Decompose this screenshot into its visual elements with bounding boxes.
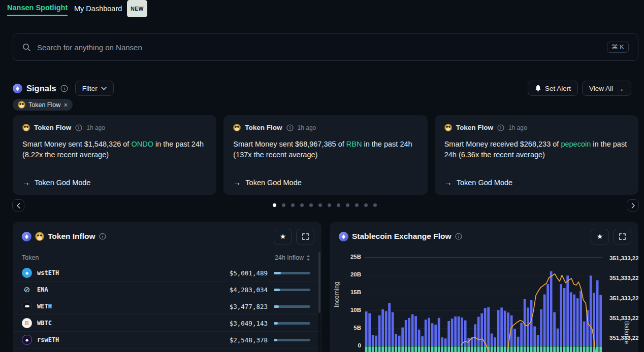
incoming-bar (570, 292, 572, 346)
set-alert-button[interactable]: Set Alert (528, 81, 578, 96)
table-row[interactable]: ◆wstETH$5,001,489 (13, 265, 321, 281)
view-all-button[interactable]: View All → (582, 81, 631, 96)
chart-plot-area[interactable] (365, 257, 602, 352)
inflow-bar (274, 339, 310, 341)
carousel-dot[interactable] (318, 203, 322, 207)
table-row[interactable]: ◆rswETH$2,548,378 (13, 332, 321, 348)
outgoing-bar (599, 346, 602, 352)
incoming-bar (401, 328, 404, 346)
signal-token-link[interactable]: ONDO (131, 140, 153, 148)
signal-token-link[interactable]: pepecoin (561, 140, 591, 148)
incoming-bar (599, 295, 602, 346)
column-24h-inflow-label: 24h Inflow (275, 254, 304, 261)
outgoing-bar (401, 346, 404, 352)
right-axis-tick: 351,333,226 (609, 315, 638, 321)
outgoing-bar (480, 346, 483, 352)
carousel-dot[interactable] (300, 203, 304, 207)
carousel-dots (273, 203, 377, 207)
info-icon[interactable] (286, 124, 294, 131)
tab-nansen-spotlight[interactable]: Nansen Spotlight (7, 0, 68, 16)
right-axis-tick: 351,333,226 (609, 295, 638, 301)
carousel-dot[interactable] (355, 203, 359, 207)
carousel-dot[interactable] (337, 203, 340, 207)
filter-button[interactable]: Filter (75, 81, 114, 96)
outgoing-bar (388, 346, 391, 352)
info-icon[interactable] (497, 124, 504, 131)
table-row[interactable]: BWBTC$3,049,143 (13, 315, 321, 332)
outgoing-bar (378, 346, 381, 352)
outgoing-bar (467, 346, 470, 352)
carousel-dot[interactable] (328, 203, 331, 207)
carousel-prev-button[interactable] (12, 199, 24, 212)
outgoing-bar (537, 346, 539, 352)
outgoing-bar (570, 346, 572, 352)
signals-header: ◆ Signals Filter Set Alert View All → (13, 80, 631, 96)
signal-card[interactable]: Token Flow1h agoSmart Money sent $1,548,… (13, 115, 216, 195)
outgoing-bar (573, 346, 575, 352)
filter-label: Filter (82, 85, 98, 92)
signal-card[interactable]: Token Flow1h agoSmart Money sent $68,967… (223, 115, 427, 195)
outgoing-bar (392, 346, 394, 352)
outgoing-bar (418, 346, 421, 352)
monkey-icon (18, 101, 25, 109)
carousel-dot[interactable] (373, 203, 377, 207)
ethereum-chain-icon: ◆ (22, 232, 31, 241)
incoming-bar (491, 334, 493, 346)
arrow-right-icon: → (444, 178, 452, 187)
token-name: rswETH (37, 336, 59, 343)
expand-button[interactable] (296, 229, 314, 244)
token-god-mode-link[interactable]: →Token God Mode (233, 178, 301, 187)
token-inflow-value: $3,049,143 (230, 320, 268, 327)
panel-scrollbar[interactable] (318, 252, 320, 352)
global-search[interactable]: Search for anything on Nansen ⌘ K (13, 33, 638, 61)
token-icon-weth (22, 301, 32, 311)
outgoing-bar (438, 346, 440, 352)
tab-my-dashboard[interactable]: My DashboardNEW (74, 0, 147, 16)
signal-token-link[interactable]: RBN (346, 140, 362, 148)
carousel-dot[interactable] (282, 203, 285, 207)
carousel-dot[interactable] (364, 203, 368, 207)
token-god-mode-link[interactable]: →Token God Mode (22, 178, 90, 187)
axis-label-incoming: Incoming (333, 281, 340, 307)
carousel-next-button[interactable] (627, 199, 639, 212)
incoming-bar (533, 327, 536, 346)
table-row[interactable]: ⊘ENA$4,283,034 (13, 281, 321, 298)
arrow-right-icon: → (617, 84, 624, 93)
token-name: wstETH (37, 269, 59, 276)
incoming-bar (477, 317, 480, 346)
incoming-bar (434, 325, 437, 346)
signal-text-before: Smart Money received $268,233 of (444, 140, 561, 148)
token-icon-rsweth: ◆ (22, 335, 32, 345)
incoming-bar (381, 309, 384, 346)
incoming-bar (385, 311, 388, 346)
table-row[interactable]: WETH$3,477,823 (13, 298, 321, 315)
new-badge: NEW (127, 0, 147, 17)
incoming-bar (368, 313, 371, 346)
incoming-bar (480, 313, 483, 346)
inflow-bar-fill (274, 272, 281, 274)
carousel-dot[interactable] (346, 203, 349, 207)
expand-icon (302, 233, 309, 240)
signal-text: Smart Money sent $68,967,385 of RBN in t… (233, 139, 417, 160)
ethereum-chain-icon: ◆ (13, 84, 22, 93)
info-icon[interactable] (60, 85, 68, 92)
outgoing-bar (444, 346, 447, 352)
chip-close-icon[interactable]: × (63, 101, 68, 109)
carousel-dot[interactable] (291, 203, 295, 207)
coin-glyph: ◆ (25, 271, 28, 275)
signal-card[interactable]: Token Flow1h agoSmart Money received $26… (435, 115, 638, 195)
carousel-dot[interactable] (273, 203, 276, 207)
signal-type-label: Token Flow (456, 124, 493, 131)
outgoing-bar (583, 346, 586, 352)
info-icon[interactable] (75, 124, 82, 131)
stablecoin-flow-chart[interactable]: 25B20B15B10B5B0351,333,226351,333,226351… (330, 222, 638, 352)
column-24h-inflow[interactable]: 24h Inflow (275, 254, 310, 261)
token-flow-chip[interactable]: Token Flow × (13, 99, 73, 111)
column-token[interactable]: Token (22, 254, 39, 261)
incoming-bar (454, 316, 457, 346)
token-god-mode-link[interactable]: →Token God Mode (444, 178, 512, 187)
incoming-bar (500, 307, 503, 346)
favorite-button[interactable]: ★ (274, 229, 292, 244)
info-icon[interactable] (99, 233, 106, 240)
carousel-dot[interactable] (309, 203, 313, 207)
